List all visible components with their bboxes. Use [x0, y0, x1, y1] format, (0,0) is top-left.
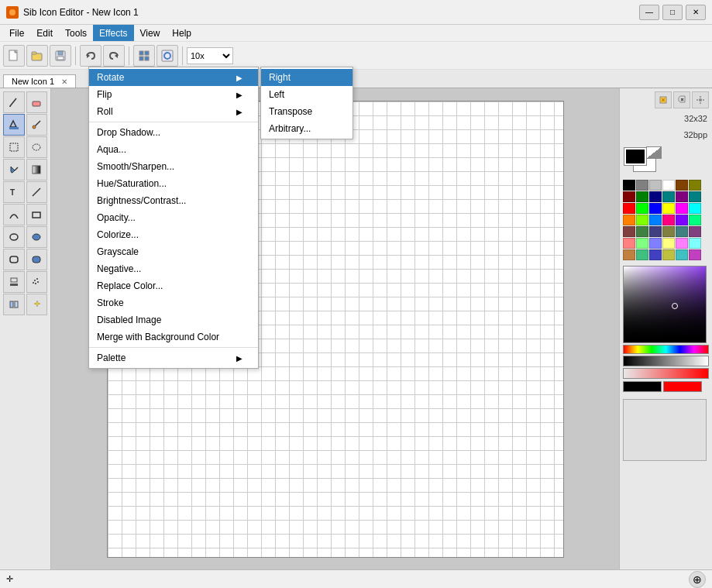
- eraser-tool[interactable]: [26, 91, 48, 113]
- open-button[interactable]: [26, 45, 48, 67]
- add-color-button[interactable]: [655, 91, 672, 108]
- zoom-select[interactable]: 8x 10x 16x: [187, 47, 233, 64]
- color-swatch[interactable]: [676, 226, 688, 237]
- effects-disabled[interactable]: Disabled Image: [89, 311, 258, 328]
- lasso-tool[interactable]: [26, 136, 48, 158]
- effects-stroke[interactable]: Stroke: [89, 294, 258, 311]
- menu-help[interactable]: Help: [166, 25, 198, 41]
- color-swatch[interactable]: [689, 191, 701, 202]
- pencil-tool[interactable]: [3, 91, 25, 113]
- current-bg-preview[interactable]: [663, 381, 702, 392]
- menu-effects[interactable]: Effects: [93, 25, 133, 41]
- filled-round-rect-tool[interactable]: [26, 249, 48, 270]
- color-swatch[interactable]: [662, 203, 675, 214]
- color-swatch[interactable]: [623, 226, 635, 237]
- color-swatch[interactable]: [662, 249, 675, 260]
- color-swatch[interactable]: [636, 249, 648, 260]
- color-swatch[interactable]: [676, 215, 688, 225]
- color-swatch[interactable]: [662, 226, 675, 237]
- current-fg-preview[interactable]: [623, 381, 662, 392]
- color-swatch[interactable]: [623, 238, 635, 249]
- maximize-button[interactable]: □: [662, 5, 683, 20]
- save-button[interactable]: [50, 45, 71, 67]
- effects-aqua[interactable]: Aqua...: [89, 141, 258, 158]
- effects-colorize[interactable]: Colorize...: [89, 226, 258, 243]
- color-swatch[interactable]: [636, 215, 648, 225]
- color-swatch[interactable]: [636, 203, 648, 214]
- close-button[interactable]: ✕: [686, 5, 706, 20]
- color-swatch[interactable]: [689, 203, 701, 214]
- zoom-in-button[interactable]: ⊕: [689, 571, 706, 588]
- effects-smooth[interactable]: Smooth/Sharpen...: [89, 158, 258, 175]
- effects-dropshadow[interactable]: Drop Shadow...: [89, 124, 258, 141]
- color-swatch[interactable]: [676, 180, 688, 191]
- menu-edit[interactable]: Edit: [30, 25, 59, 41]
- menu-file[interactable]: File: [3, 25, 30, 41]
- fg-color-swatch[interactable]: [624, 148, 646, 165]
- color-swatch[interactable]: [649, 226, 662, 237]
- menu-tools[interactable]: Tools: [59, 25, 93, 41]
- remove-color-button[interactable]: [673, 91, 690, 108]
- alpha-bar[interactable]: [623, 368, 709, 379]
- color-swatch[interactable]: [689, 249, 701, 260]
- tab-close-icon[interactable]: ✕: [61, 77, 67, 86]
- minimize-button[interactable]: —: [639, 5, 659, 20]
- color-swatch[interactable]: [623, 215, 635, 225]
- gradient-tool[interactable]: [26, 159, 48, 181]
- color-swatch[interactable]: [623, 191, 635, 202]
- effects-hue[interactable]: Hue/Saturation...: [89, 175, 258, 192]
- color-swatch[interactable]: [662, 191, 675, 202]
- undo-button[interactable]: [80, 45, 101, 67]
- color-swatch[interactable]: [623, 203, 635, 214]
- color-swatch[interactable]: [689, 180, 701, 191]
- rect-select-tool[interactable]: [3, 136, 25, 158]
- spray-tool[interactable]: [26, 271, 48, 293]
- line-tool[interactable]: [26, 181, 48, 203]
- new-button[interactable]: [3, 45, 25, 67]
- effects-palette[interactable]: Palette ▶: [89, 349, 258, 366]
- effects-merge[interactable]: Merge with Background Color: [89, 328, 258, 346]
- rotate-right[interactable]: Right: [261, 69, 353, 86]
- color-swatch[interactable]: [676, 191, 688, 202]
- menu-view[interactable]: View: [134, 25, 167, 41]
- effects-negative[interactable]: Negative...: [89, 260, 258, 277]
- tab-new-icon-1[interactable]: New Icon 1 ✕: [3, 74, 76, 88]
- rect-tool[interactable]: [26, 204, 48, 225]
- filled-ellipse-tool[interactable]: [26, 226, 48, 248]
- color-swatch[interactable]: [662, 238, 675, 249]
- hue-bar[interactable]: [623, 345, 709, 354]
- fill-tool[interactable]: [3, 114, 25, 136]
- color-swatch[interactable]: [636, 191, 648, 202]
- color-swatch[interactable]: [623, 180, 635, 191]
- mirror-tool[interactable]: [3, 294, 25, 315]
- ellipse-tool[interactable]: [3, 226, 25, 248]
- rotate-left[interactable]: Left: [261, 86, 353, 103]
- color-picker-box[interactable]: [623, 266, 707, 343]
- color-pick-tool[interactable]: [26, 114, 48, 136]
- color-swatch[interactable]: [676, 203, 688, 214]
- color-swatch[interactable]: [649, 238, 662, 249]
- color-swatch[interactable]: [636, 238, 648, 249]
- color-swatch[interactable]: [636, 226, 648, 237]
- grid-button[interactable]: [133, 45, 155, 67]
- color-swatch[interactable]: [676, 249, 688, 260]
- effects-opacity[interactable]: Opacity...: [89, 209, 258, 226]
- color-swatch[interactable]: [649, 203, 662, 214]
- transparent-swatch[interactable]: [646, 146, 662, 159]
- effects-roll[interactable]: Roll ▶: [89, 103, 258, 120]
- effects-flip[interactable]: Flip ▶: [89, 86, 258, 103]
- color-swatch[interactable]: [689, 215, 701, 225]
- rotate-arbitrary[interactable]: Arbitrary...: [261, 120, 353, 137]
- color-swatch[interactable]: [649, 215, 662, 225]
- color-swatch[interactable]: [649, 249, 662, 260]
- color-swatch[interactable]: [662, 180, 675, 191]
- effects-rotate[interactable]: Rotate ▶: [89, 69, 258, 86]
- wand-tool[interactable]: [26, 294, 48, 315]
- text-tool[interactable]: T: [3, 181, 25, 203]
- color-swatch[interactable]: [676, 238, 688, 249]
- gray-bar[interactable]: [623, 356, 709, 366]
- effects-brightness[interactable]: Brightness/Contrast...: [89, 192, 258, 209]
- color-swatch[interactable]: [649, 191, 662, 202]
- color-swatch[interactable]: [662, 215, 675, 225]
- curve-tool[interactable]: [3, 204, 25, 225]
